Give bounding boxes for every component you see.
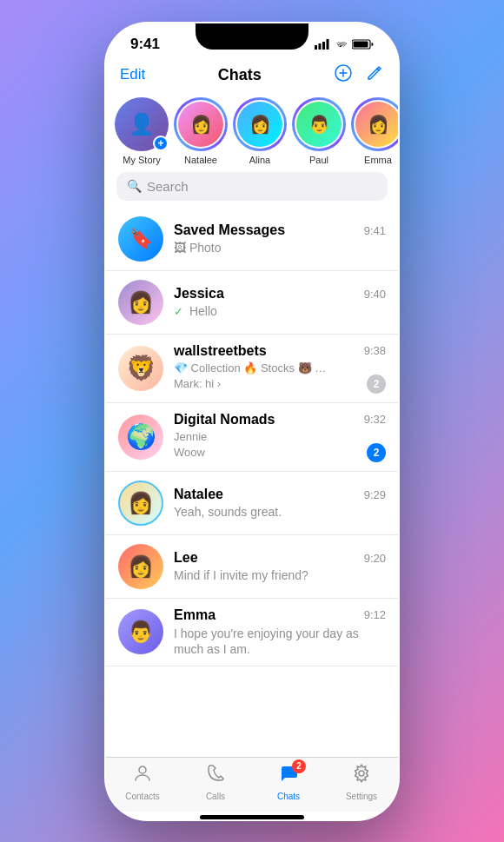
chat-preview-lee: Mind if I invite my friend? (174, 568, 308, 582)
svg-rect-3 (327, 39, 329, 50)
avatar-lee: 👩 (118, 544, 163, 589)
chat-time-lee: 9:20 (364, 552, 386, 565)
tab-settings-label: Settings (346, 792, 377, 801)
chat-list: 🔖 Saved Messages 9:41 🖼 Photo 👩 (106, 208, 398, 757)
chat-time-digital: 9:32 (364, 413, 386, 426)
signal-icon (315, 39, 329, 50)
tab-settings[interactable]: Settings (325, 763, 398, 801)
tab-contacts-label: Contacts (125, 792, 159, 801)
chat-info-wallstreet: wallstreetbets 9:38 💎 Collection 🔥 Stock… (174, 343, 386, 394)
chat-name-jessica: Jessica (174, 286, 224, 302)
new-group-icon[interactable] (334, 63, 353, 87)
phone-frame: 9:41 (104, 22, 400, 821)
chat-name-natalee: Natalee (174, 487, 223, 502)
svg-point-9 (139, 766, 146, 773)
avatar-jessica: 👩 (118, 280, 163, 325)
chats-badge: 2 (292, 759, 306, 773)
chat-preview-natalee: Yeah, sounds great. (174, 505, 282, 519)
chat-name-saved: Saved Messages (174, 222, 285, 238)
story-plus-icon: + (153, 136, 169, 151)
story-mystory[interactable]: 👤 + My Story (116, 97, 167, 165)
badge-wallstreet: 2 (367, 375, 386, 394)
battery-icon (352, 39, 374, 50)
notch (196, 23, 308, 50)
chat-info-natalee: Natalee 9:29 Yeah, sounds great. (174, 487, 386, 519)
badge-digital: 2 (367, 443, 386, 462)
calls-icon (205, 763, 226, 789)
edit-button[interactable]: Edit (120, 66, 145, 83)
chat-item-natalee[interactable]: 👩 Natalee 9:29 Yeah, sounds great. (106, 472, 398, 535)
search-icon: 🔍 (127, 179, 142, 193)
phone-content: 9:41 (106, 23, 398, 819)
chat-preview-digital-sub: Woow (174, 446, 205, 459)
story-paul-label: Paul (309, 155, 328, 165)
chat-time-saved: 9:41 (364, 224, 386, 237)
svg-rect-0 (315, 45, 317, 50)
chat-preview-digital-top: Jennie (174, 430, 386, 443)
story-paul[interactable]: 👨 Paul (294, 97, 344, 165)
avatar-natalee: 👩 (118, 481, 163, 526)
home-indicator (200, 815, 304, 819)
tab-contacts[interactable]: Contacts (106, 763, 179, 801)
story-alina[interactable]: 👩 Alina (235, 97, 285, 165)
chat-item-saved[interactable]: 🔖 Saved Messages 9:41 🖼 Photo (106, 208, 398, 271)
chat-preview-wallstreet-top: 💎 Collection 🔥 Stocks 🐻 Memes... (174, 361, 335, 375)
chat-info-lee: Lee 9:20 Mind if I invite my friend? (174, 550, 386, 582)
story-emma[interactable]: 👩 Emma (353, 97, 398, 165)
chat-name-digital: Digital Nomads (174, 412, 275, 428)
tab-calls[interactable]: Calls (179, 763, 252, 801)
chat-preview-emma: I hope you're enjoying your day as much … (174, 626, 365, 657)
tab-chats[interactable]: 2 Chats (252, 763, 325, 801)
chat-item-emma[interactable]: 👨 Emma 9:12 I hope you're enjoying your … (106, 599, 398, 666)
svg-rect-5 (354, 41, 368, 47)
chat-time-natalee: 9:29 (364, 488, 386, 501)
chat-info-saved: Saved Messages 9:41 🖼 Photo (174, 222, 386, 255)
svg-rect-1 (319, 43, 322, 50)
chat-item-jessica[interactable]: 👩 Jessica 9:40 ✓ Hello (106, 271, 398, 335)
svg-rect-2 (322, 42, 325, 50)
chat-time-jessica: 9:40 (364, 288, 386, 301)
chats-badge-wrap: 2 (278, 763, 299, 789)
story-emma-label: Emma (364, 155, 392, 165)
chat-name-emma: Emma (174, 607, 216, 623)
avatar-digital: 🌍 (118, 414, 163, 460)
avatar-emma: 👨 (118, 609, 163, 654)
chat-name-lee: Lee (174, 550, 198, 566)
story-mystory-label: My Story (123, 155, 160, 165)
status-icons (315, 39, 374, 50)
nav-header: Edit Chats (106, 58, 398, 94)
settings-icon (351, 763, 372, 789)
wifi-icon (334, 39, 348, 50)
tab-calls-label: Calls (206, 792, 225, 801)
contacts-icon (132, 763, 153, 789)
bottom-nav: Contacts Calls 2 (106, 757, 398, 812)
chat-info-emma: Emma 9:12 I hope you're enjoying your da… (174, 607, 386, 657)
chat-preview-wallstreet-sub: Mark: hi › (174, 377, 221, 390)
chat-preview-jessica: ✓ Hello (174, 304, 217, 318)
chat-time-wallstreet: 9:38 (364, 344, 386, 357)
avatar-saved: 🔖 (118, 216, 163, 262)
story-natalee[interactable]: 👩 Natalee (176, 97, 226, 165)
avatar-wallstreet: 🦁 (118, 346, 163, 391)
page-title: Chats (218, 66, 262, 84)
story-alina-label: Alina (249, 155, 270, 165)
chat-item-lee[interactable]: 👩 Lee 9:20 Mind if I invite my friend? (106, 535, 398, 599)
search-bar[interactable]: 🔍 Search (116, 172, 388, 201)
nav-actions (334, 63, 384, 87)
chat-info-jessica: Jessica 9:40 ✓ Hello (174, 286, 386, 318)
svg-point-10 (359, 771, 364, 776)
tab-chats-label: Chats (277, 792, 300, 801)
chat-name-wallstreet: wallstreetbets (174, 343, 267, 359)
chat-item-wallstreet[interactable]: 🦁 wallstreetbets 9:38 💎 Collection 🔥 Sto… (106, 335, 398, 403)
status-time: 9:41 (130, 36, 160, 53)
compose-icon[interactable] (365, 63, 384, 87)
story-natalee-label: Natalee (184, 155, 217, 165)
search-placeholder: Search (147, 179, 189, 194)
chat-item-digital[interactable]: 🌍 Digital Nomads 9:32 Jennie Woow 2 (106, 403, 398, 472)
chat-info-digital: Digital Nomads 9:32 Jennie Woow 2 (174, 412, 386, 462)
chat-preview-saved: 🖼 Photo (174, 241, 221, 255)
chat-time-emma: 9:12 (364, 608, 386, 621)
stories-row: 👤 + My Story 👩 Natalee (106, 94, 398, 172)
